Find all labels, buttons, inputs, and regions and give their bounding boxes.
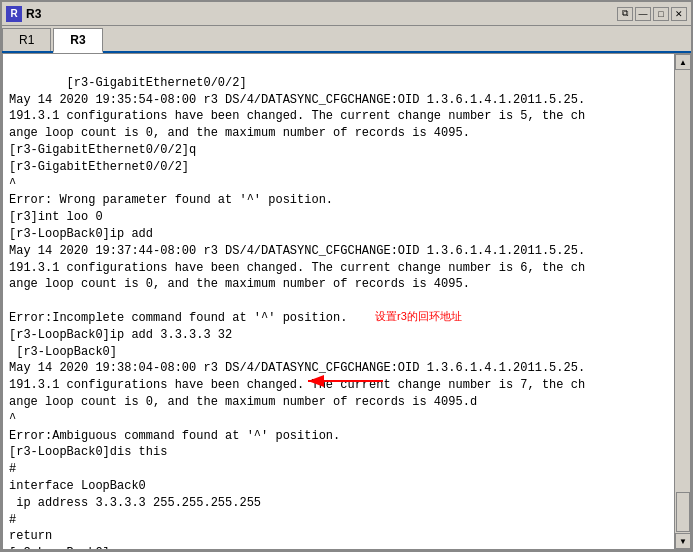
tab-r3[interactable]: R3 [53, 28, 102, 53]
restore-button[interactable]: ⧉ [617, 7, 633, 21]
annotation-text: 设置r3的回环地址 [375, 310, 462, 322]
scroll-down-button[interactable]: ▼ [675, 533, 691, 549]
scrollbar-track: ▲ ▼ [674, 54, 690, 549]
maximize-button[interactable]: □ [653, 7, 669, 21]
terminal-content: [r3-GigabitEthernet0/0/2] May 14 2020 19… [3, 54, 690, 549]
app-icon: R [6, 6, 22, 22]
scroll-up-button[interactable]: ▲ [675, 54, 691, 70]
scrollbar-thumb[interactable] [676, 492, 690, 532]
title-bar: R R3 ⧉ — □ ✕ [2, 2, 691, 26]
minimize-button[interactable]: — [635, 7, 651, 21]
title-bar-left: R R3 [6, 6, 41, 22]
main-window: R R3 ⧉ — □ ✕ R1 R3 [r3-GigabitEthernet0/… [0, 0, 693, 552]
terminal-scroll[interactable]: [r3-GigabitEthernet0/0/2] May 14 2020 19… [3, 54, 690, 549]
title-controls: ⧉ — □ ✕ [617, 7, 687, 21]
terminal-area: [r3-GigabitEthernet0/0/2] May 14 2020 19… [2, 53, 691, 550]
tab-r1[interactable]: R1 [2, 28, 51, 51]
tab-bar: R1 R3 [2, 26, 691, 53]
terminal-text: [r3-GigabitEthernet0/0/2] May 14 2020 19… [9, 76, 585, 549]
close-button[interactable]: ✕ [671, 7, 687, 21]
window-title: R3 [26, 7, 41, 21]
